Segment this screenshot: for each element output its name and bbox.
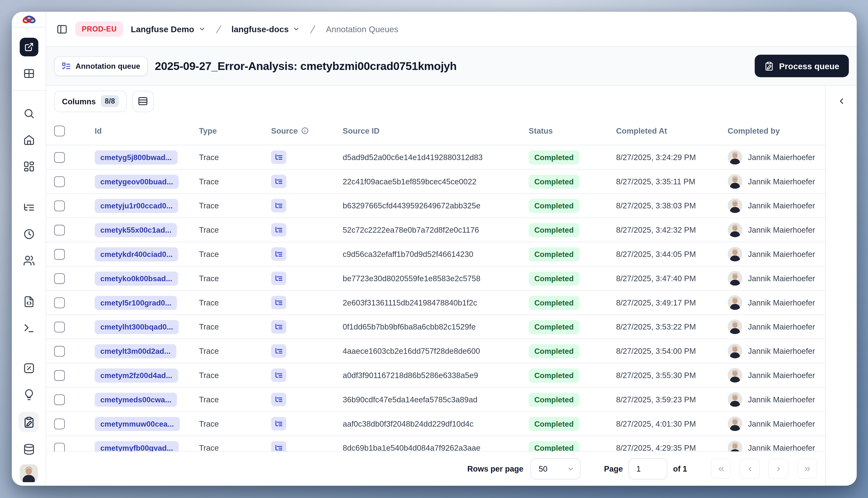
row-completed-by: Jannik Maierhoefer [748, 298, 815, 307]
file-code-icon [23, 296, 35, 307]
table-row[interactable]: cmetyk55x00c1ad... Trace 52c72c2222ea78e… [46, 218, 825, 242]
row-completed-at: 8/27/2025, 3:44:05 PM [616, 249, 696, 259]
rows-per-page-select[interactable]: 50 [530, 458, 580, 480]
info-icon [301, 127, 309, 135]
row-id-badge[interactable]: cmetylht300bqad0... [95, 320, 179, 334]
table-row[interactable]: cmetyju1r00ccad0... Trace b63297665cfd44… [46, 193, 825, 218]
row-completed-at: 8/27/2025, 3:59:23 PM [616, 395, 696, 404]
sidebar-item-prompts[interactable] [20, 292, 38, 311]
trace-source-chip[interactable] [271, 417, 286, 431]
column-header-completed-at[interactable]: Completed At [608, 126, 720, 135]
sidebar-item-playground[interactable] [20, 319, 38, 338]
row-id-badge[interactable]: cmetyl5r100grad0... [95, 296, 177, 310]
last-page-button[interactable] [797, 459, 817, 479]
row-checkbox[interactable] [54, 418, 65, 429]
row-id-badge[interactable]: cmetymeds00cwa... [95, 393, 177, 407]
langfuse-logo[interactable] [12, 12, 46, 28]
table-row[interactable]: cmetyl5r100grad0... Trace 2e603f31361115… [46, 290, 825, 314]
sidebar-item-tracing[interactable] [20, 198, 38, 217]
row-checkbox[interactable] [54, 152, 65, 163]
trace-source-chip[interactable] [271, 296, 286, 309]
table-row[interactable]: cmetygeov00buad... Trace 22c41f09acae5b1… [46, 169, 825, 193]
row-checkbox[interactable] [54, 273, 65, 284]
row-checkbox[interactable] [54, 200, 65, 211]
previous-page-button[interactable] [740, 459, 760, 479]
row-id-badge[interactable]: cmetymmuw00cea... [95, 417, 180, 431]
process-queue-button[interactable]: Process queue [755, 55, 849, 77]
column-header-status[interactable]: Status [521, 126, 608, 135]
columns-button[interactable]: Columns 8/8 [54, 90, 127, 112]
grid-icon [23, 67, 35, 79]
row-id-badge[interactable]: cmetykdr400ciad0... [95, 247, 178, 261]
breadcrumb-section[interactable]: Annotation Queues [326, 24, 398, 34]
table-row[interactable]: cmetylht300bqad0... Trace 0f1dd65b7bb9bf… [46, 314, 825, 339]
table-row[interactable]: cmetym2fz00d4ad... Trace a0df3f901167218… [46, 363, 825, 387]
sidebar [12, 12, 46, 485]
environment-badge[interactable]: PROD-EU [75, 22, 124, 37]
column-header-completed-by[interactable]: Completed by [720, 126, 825, 135]
trace-source-chip[interactable] [271, 368, 286, 382]
sidebar-item-tables[interactable] [20, 64, 38, 83]
row-checkbox[interactable] [54, 249, 65, 260]
page-number-input[interactable] [629, 458, 668, 480]
row-id-badge[interactable]: cmetym2fz00d4ad... [95, 368, 178, 382]
sidebar-item-users[interactable] [20, 251, 38, 270]
home-icon [23, 134, 35, 146]
row-type: Trace [199, 371, 219, 380]
next-page-button[interactable] [768, 459, 788, 479]
select-all-checkbox[interactable] [54, 126, 65, 136]
row-checkbox[interactable] [54, 224, 65, 235]
sidebar-item-datasets[interactable] [20, 440, 38, 459]
sidebar-item-scores[interactable] [20, 359, 38, 377]
row-checkbox[interactable] [54, 297, 65, 308]
trace-source-chip[interactable] [271, 223, 286, 236]
row-completed-by: Jannik Maierhoefer [748, 371, 815, 380]
trace-source-chip[interactable] [271, 320, 286, 333]
row-id-badge[interactable]: cmetyg5j800bwad... [95, 150, 178, 165]
row-id-badge[interactable]: cmetyju1r00ccad0... [95, 198, 178, 213]
table-row[interactable]: cmetymmuw00cea... Trace aaf0c38db0f3f204… [46, 411, 825, 435]
sidebar-item-dashboards[interactable] [20, 157, 38, 176]
row-id-badge[interactable]: cmetygeov00buad... [95, 174, 179, 189]
table-row[interactable]: cmetymeds00cwa... Trace 36b90cdfc47e5da1… [46, 387, 825, 411]
sidebar-toggle-button[interactable] [56, 23, 67, 35]
row-height-button[interactable] [132, 90, 154, 112]
table-row[interactable]: cmetykdr400ciad0... Trace c9d56ca32efaff… [46, 242, 825, 266]
table-row[interactable]: cmetylt3m00d2ad... Trace 4aaece1603cb2e1… [46, 339, 825, 363]
trace-source-chip[interactable] [271, 199, 286, 212]
sidebar-item-search[interactable] [20, 104, 38, 123]
row-checkbox[interactable] [54, 370, 65, 381]
open-external-button[interactable] [20, 38, 38, 56]
sidebar-item-annotation-queues[interactable] [18, 412, 39, 432]
row-checkbox[interactable] [54, 345, 65, 356]
row-id-badge[interactable]: cmetylt3m00d2ad... [95, 344, 176, 358]
column-header-source[interactable]: Source [263, 126, 335, 135]
trace-source-chip[interactable] [271, 344, 286, 358]
row-source-id: 4aaece1603cb2e16dd757f28de8de600 [342, 346, 480, 356]
breadcrumb-project[interactable]: langfuse-docs [231, 24, 300, 34]
column-header-id[interactable]: Id [87, 126, 191, 135]
list-tree-icon [275, 201, 283, 210]
column-header-source-id[interactable]: Source ID [335, 126, 521, 135]
trace-source-chip[interactable] [271, 272, 286, 285]
column-header-type[interactable]: Type [191, 126, 263, 135]
sidebar-item-sessions[interactable] [20, 225, 38, 243]
expand-panel-button[interactable] [833, 93, 849, 109]
sidebar-item-home[interactable] [20, 131, 38, 149]
sidebar-item-evaluators[interactable] [20, 385, 38, 404]
row-id-badge[interactable]: cmetyk55x00c1ad... [95, 223, 177, 237]
trace-source-chip[interactable] [271, 393, 286, 406]
trace-source-chip[interactable] [271, 247, 286, 261]
trace-source-chip[interactable] [271, 175, 286, 188]
user-avatar[interactable] [20, 464, 38, 485]
row-checkbox[interactable] [54, 176, 65, 187]
row-id-badge[interactable]: cmetyko0k00bsad... [95, 271, 178, 286]
table-row[interactable]: cmetyg5j800bwad... Trace d5ad9d52a00c6e1… [46, 145, 825, 169]
row-checkbox[interactable] [54, 394, 65, 405]
first-page-button[interactable] [711, 459, 731, 479]
trace-source-chip[interactable] [271, 150, 286, 164]
table-row[interactable]: cmetyko0k00bsad... Trace be7723e30d80205… [46, 266, 825, 290]
breadcrumb-org[interactable]: Langfuse Demo [131, 24, 206, 34]
chevron-left-icon [746, 464, 754, 473]
row-checkbox[interactable] [54, 322, 65, 332]
